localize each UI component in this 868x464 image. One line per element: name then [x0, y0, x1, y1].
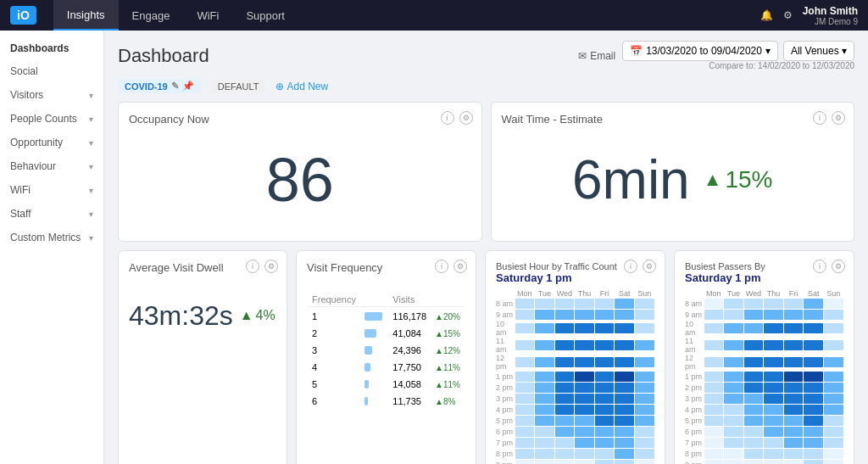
heatmap-cell: [535, 310, 554, 320]
heatmap-cell: [555, 310, 575, 320]
heatmap-cell: [764, 383, 783, 393]
settings-icon[interactable]: ⚙: [453, 260, 467, 273]
occupancy-title: Occupancy Now: [129, 113, 471, 126]
sidebar-item-social[interactable]: Social: [0, 59, 103, 83]
heatmap-header-row: MonTueWedThuFriSatSun: [685, 289, 843, 298]
heatmap-cell: [804, 427, 823, 437]
heatmap-cell: [615, 340, 634, 350]
heatmap-data-row: 7 pm: [685, 437, 843, 448]
nav-item-insights[interactable]: Insights: [53, 0, 119, 31]
venue-select[interactable]: All Venues ▾: [783, 41, 854, 61]
busiest-passers-subtitle: Saturday 1 pm: [685, 271, 843, 284]
chevron-icon: ▾: [89, 115, 93, 124]
sidebar-item-peoplecounts[interactable]: People Counts ▾: [0, 107, 103, 131]
info-icon[interactable]: i: [624, 260, 637, 273]
heatmap-time-label: 9 am: [685, 310, 704, 319]
wait-time-title: Wait Time - Estimate: [502, 113, 844, 126]
info-icon[interactable]: i: [441, 111, 454, 125]
user-name: John Smith: [803, 5, 858, 17]
heatmap-cell: [635, 394, 654, 404]
heatmap-cell: [724, 405, 743, 415]
compare-text: Compare to: 14/02/2020 to 12/03/2020: [709, 61, 854, 70]
sidebar-item-staff[interactable]: Staff ▾: [0, 202, 103, 226]
chevron-icon: ▾: [89, 186, 93, 195]
sidebar-item-wifi[interactable]: WiFi ▾: [0, 178, 103, 202]
heatmap-cell: [615, 438, 634, 448]
heatmap-cell: [744, 340, 764, 350]
heatmap-data-row: 5 pm: [496, 415, 654, 426]
arrow-up-icon: ▲: [704, 169, 722, 191]
heatmap-time-label: 11 am: [685, 337, 704, 354]
heatmap-cell: [535, 383, 554, 393]
heatmap-data-row: 11 am: [496, 337, 654, 354]
heatmap-time-label: 1 pm: [685, 372, 704, 381]
heatmap-cell: [635, 310, 654, 320]
heatmap-cell: [595, 383, 615, 393]
bell-icon[interactable]: 🔔: [760, 9, 773, 21]
heatmap-cell: [635, 299, 654, 309]
heatmap-cell: [784, 460, 804, 465]
dwell-card: Average Visit Dwell i ⚙ 43m:32s ▲ 4%: [118, 250, 287, 464]
tab-covid19[interactable]: COVID-19 ✎ 📌: [118, 79, 201, 93]
heatmap-cell: [575, 416, 594, 426]
heatmap-cell: [764, 394, 783, 404]
heatmap-cell: [804, 323, 823, 333]
heatmap-data-row: 2 pm: [496, 382, 654, 393]
sidebar-item-opportunity[interactable]: Opportunity ▾: [0, 131, 103, 154]
heatmap-cell: [724, 340, 743, 350]
heatmap-time-label: 3 pm: [685, 394, 704, 403]
heatmap-data-row: 8 am: [496, 298, 654, 309]
heatmap-cell: [535, 416, 554, 426]
heatmap-data-row: 8 pm: [685, 448, 843, 459]
heatmap-data-row: 9 pm: [685, 459, 843, 464]
top-cards-row: Occupancy Now i ⚙ 86 Wait Time - Estimat…: [118, 102, 854, 242]
chevron-down-icon: ▾: [765, 45, 771, 57]
heatmap-data-row: 11 am: [685, 337, 843, 354]
heatmap-cell: [704, 394, 724, 404]
heatmap-time-label: 8 pm: [496, 450, 515, 458]
heatmap-cell: [515, 438, 535, 448]
email-button[interactable]: ✉ Email: [578, 50, 615, 62]
heatmap-cell: [824, 416, 843, 426]
settings-icon[interactable]: ⚙: [264, 260, 278, 273]
sidebar-item-behaviour[interactable]: Behaviour ▾: [0, 154, 103, 178]
heatmap-cell: [784, 394, 804, 404]
chevron-icon: ▾: [89, 91, 93, 100]
heatmap-data-row: 5 pm: [685, 415, 843, 426]
heatmap-cell: [824, 449, 843, 459]
edit-icon[interactable]: ✎: [171, 81, 179, 92]
heatmap-cell: [804, 394, 823, 404]
heatmap-cell: [704, 372, 724, 382]
settings-icon[interactable]: ⚙: [832, 260, 845, 273]
heatmap-cell: [615, 449, 634, 459]
email-icon: ✉: [578, 50, 587, 62]
heatmap-day-label: Mon: [704, 289, 724, 298]
heatmap-cell: [595, 372, 615, 382]
nav-item-engage[interactable]: Engage: [119, 0, 184, 31]
sidebar-item-custommetrics[interactable]: Custom Metrics ▾: [0, 226, 103, 249]
heatmap-cell: [824, 340, 843, 350]
date-range-select[interactable]: 📅 13/03/2020 to 09/04/2020 ▾: [622, 41, 778, 61]
info-icon[interactable]: i: [435, 260, 448, 273]
info-icon[interactable]: i: [246, 260, 259, 273]
heatmap-cell: [615, 357, 634, 367]
heatmap-cell: [784, 438, 804, 448]
heatmap-cell: [824, 372, 843, 382]
info-icon[interactable]: i: [813, 260, 826, 273]
settings-icon[interactable]: ⚙: [459, 111, 473, 125]
settings-icon[interactable]: ⚙: [832, 111, 845, 125]
info-icon[interactable]: i: [813, 111, 826, 125]
sidebar-item-visitors[interactable]: Visitors ▾: [0, 83, 103, 107]
heatmap-day-label: Fri: [594, 289, 615, 298]
heatmap-cell: [744, 405, 764, 415]
nav-item-support[interactable]: Support: [232, 0, 298, 31]
heatmap-cell: [764, 460, 783, 465]
gear-icon[interactable]: ⚙: [783, 9, 793, 21]
add-new-button[interactable]: ⊕ Add New: [275, 81, 328, 92]
heatmap-cell: [575, 383, 594, 393]
heatmap-day-label: Sun: [634, 289, 654, 298]
nav-item-wifi[interactable]: WiFi: [183, 0, 232, 31]
heatmap-data-row: 6 pm: [685, 426, 843, 437]
settings-icon[interactable]: ⚙: [643, 260, 656, 273]
freq-bar-cell: [361, 326, 387, 341]
